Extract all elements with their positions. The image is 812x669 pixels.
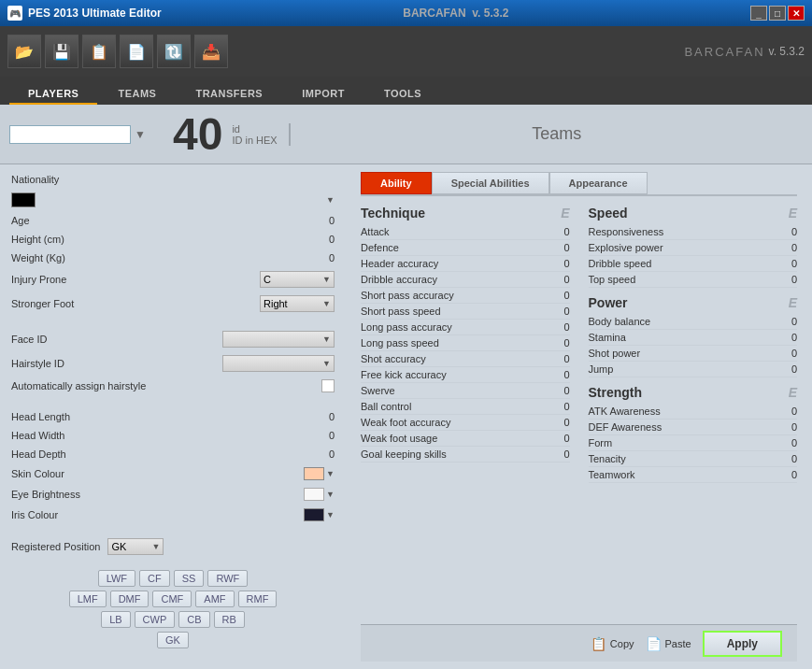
app-title: PES 2013 Ultimate Editor [28, 7, 162, 20]
brand-version: BARCAFAN v. 5.3.2 [403, 7, 508, 20]
iris-colour-swatch[interactable] [304, 508, 324, 521]
eye-brightness-label: Eye Brightness [11, 489, 80, 500]
pos-cmf[interactable]: CMF [152, 591, 192, 607]
pos-dmf[interactable]: DMF [110, 591, 150, 607]
eye-brightness-arrow[interactable]: ▼ [326, 490, 335, 499]
nationality-dropdown-arrow[interactable]: ▼ [326, 195, 335, 205]
minimize-button[interactable]: _ [750, 6, 767, 21]
pos-lmf[interactable]: LMF [69, 591, 107, 607]
nationality-flag[interactable] [11, 192, 36, 207]
eye-brightness-row: Eye Brightness ▼ [11, 486, 335, 503]
pos-lb[interactable]: LB [101, 611, 130, 628]
skin-colour-arrow[interactable]: ▼ [326, 469, 335, 478]
injury-row: Injury Prone C ▼ [11, 269, 335, 290]
technique-title: Technique E [361, 206, 570, 221]
nav-tools[interactable]: TOOLS [365, 84, 440, 105]
copy-button[interactable]: 📋 Copy [591, 636, 634, 651]
pos-cf[interactable]: CF [139, 570, 170, 587]
head-width-row: Head Width 0 [11, 428, 335, 443]
registered-position-value: GK [111, 541, 126, 552]
stat-defence: Defence 0 [361, 240, 570, 256]
paste-button[interactable]: 📄 Paste [646, 636, 691, 651]
nationality-selector-row: ▼ [11, 191, 335, 209]
right-panel: Ability Special Abilities Appearance Tec… [346, 164, 812, 669]
player-number: 40 [173, 112, 222, 157]
head-length-row: Head Length 0 [11, 409, 335, 424]
nav-transfers[interactable]: TRANSFERS [177, 84, 281, 105]
registered-position-arrow: ▼ [151, 542, 160, 551]
positions-row-2: LMF DMF CMF AMF RMF [11, 591, 335, 607]
stat-long-pass-accuracy: Long pass accuracy 0 [361, 320, 570, 335]
stat-long-pass-speed: Long pass speed 0 [361, 335, 570, 351]
injury-dropdown[interactable]: C ▼ [260, 271, 335, 288]
paste-icon: 📄 [646, 636, 662, 651]
stat-weak-foot-accuracy: Weak foot accuracy 0 [361, 415, 570, 431]
tab-special-abilities[interactable]: Special Abilities [432, 172, 549, 194]
iris-colour-row: Iris Colour ▼ [11, 506, 335, 523]
head-depth-row: Head Depth 0 [11, 447, 335, 462]
new-button[interactable]: 📋 [82, 35, 116, 68]
head-depth-label: Head Depth [11, 448, 66, 460]
weight-value: 0 [306, 252, 335, 263]
export-button[interactable]: 📄 [120, 35, 153, 68]
foot-dropdown-arrow: ▼ [322, 299, 331, 308]
power-title: Power E [589, 295, 798, 310]
face-id-dropdown[interactable]: ▼ [222, 331, 335, 348]
apply-button[interactable]: Apply [703, 631, 782, 657]
age-label: Age [11, 215, 30, 226]
registered-position-dropdown[interactable]: GK ▼ [107, 538, 164, 555]
stat-swerve: Swerve 0 [361, 383, 570, 399]
injury-label: Injury Prone [11, 274, 66, 285]
import-button[interactable]: 📥 [194, 35, 228, 68]
auto-hairstyle-checkbox[interactable] [321, 379, 335, 392]
nationality-label: Nationality [11, 174, 59, 185]
save-button[interactable]: 💾 [45, 35, 78, 68]
search-input[interactable] [9, 125, 131, 144]
technique-e: E [561, 206, 569, 221]
nav-players[interactable]: PLAYERS [9, 84, 97, 105]
registered-position-label: Registered Position [11, 541, 100, 552]
pos-rb[interactable]: RB [214, 611, 245, 628]
version-label: v. 5.3.2 [769, 45, 805, 58]
id-label: id [232, 123, 277, 135]
maximize-button[interactable]: □ [769, 6, 786, 21]
iris-colour-arrow[interactable]: ▼ [326, 510, 335, 520]
pos-rwf[interactable]: RWF [207, 570, 248, 587]
search-icon[interactable]: ▼ [135, 128, 146, 141]
title-bar: 🎮 PES 2013 Ultimate Editor BARCAFAN v. 5… [0, 0, 812, 26]
registered-position-row: Registered Position GK ▼ [11, 538, 335, 555]
toolbar-buttons: 📂 💾 📋 📄 🔃 📥 [7, 35, 228, 68]
top-section: ▼ 40 id ID in HEX Teams [0, 105, 812, 164]
foot-row: Stronger Foot Right ▼ [11, 293, 335, 314]
eye-brightness-swatch[interactable] [304, 488, 324, 501]
nationality-row: Nationality [11, 172, 335, 187]
copy-label: Copy [610, 638, 634, 649]
pos-gk[interactable]: GK [157, 632, 189, 648]
tab-ability[interactable]: Ability [361, 172, 432, 194]
refresh-button[interactable]: 🔃 [157, 35, 191, 68]
nav-import[interactable]: IMPORT [283, 84, 363, 105]
pos-rmf[interactable]: RMF [238, 591, 278, 607]
close-button[interactable]: ✕ [788, 6, 805, 21]
auto-hairstyle-label: Automatically assign hairstyle [11, 380, 146, 391]
stat-top-speed: Top speed 0 [589, 272, 798, 288]
tab-appearance[interactable]: Appearance [549, 172, 648, 194]
pos-cb[interactable]: CB [178, 611, 209, 628]
skin-colour-swatch[interactable] [304, 467, 324, 480]
stat-weak-foot-usage: Weak foot usage 0 [361, 431, 570, 447]
stat-ball-control: Ball control 0 [361, 399, 570, 415]
hairstyle-id-dropdown[interactable]: ▼ [222, 355, 335, 372]
ability-columns: Technique E Attack 0 Defence 0 Header ac… [361, 206, 797, 624]
positions-row-1: LWF CF SS RWF [11, 570, 335, 587]
stat-free-kick-accuracy: Free kick accuracy 0 [361, 367, 570, 383]
nav-teams[interactable]: TEAMS [99, 84, 175, 105]
pos-amf[interactable]: AMF [195, 591, 234, 607]
stat-tenacity: Tenacity 0 [589, 451, 798, 467]
face-id-row: Face ID ▼ [11, 329, 335, 349]
pos-ss[interactable]: SS [174, 570, 205, 587]
open-button[interactable]: 📂 [7, 35, 41, 68]
foot-dropdown[interactable]: Right ▼ [260, 295, 335, 312]
pos-lwf[interactable]: LWF [98, 570, 135, 587]
hairstyle-id-row: Hairstyle ID ▼ [11, 353, 335, 374]
pos-cwp[interactable]: CWP [135, 611, 176, 628]
